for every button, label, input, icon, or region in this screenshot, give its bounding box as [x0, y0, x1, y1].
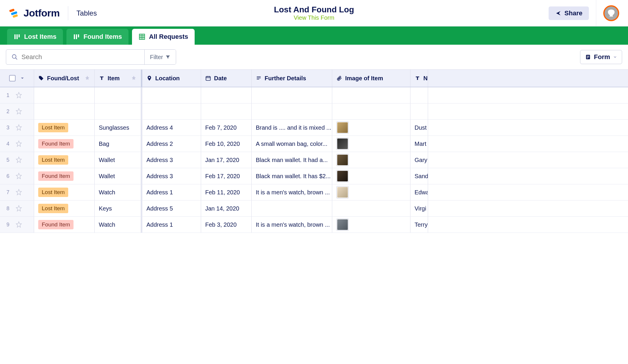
- tab-all-requests[interactable]: All Requests: [132, 29, 195, 45]
- form-view-dropdown[interactable]: Form: [580, 50, 622, 64]
- cell-location[interactable]: Address 3: [142, 168, 201, 184]
- star-icon[interactable]: [15, 221, 22, 228]
- image-thumbnail[interactable]: [336, 154, 349, 166]
- header-item[interactable]: Item: [95, 70, 141, 87]
- cell-item[interactable]: Watch: [95, 217, 141, 233]
- cell-item[interactable]: Sunglasses: [95, 120, 141, 136]
- cell-date[interactable]: [201, 87, 252, 103]
- cell-date[interactable]: Feb 17, 2020: [201, 168, 252, 184]
- filter-button[interactable]: Filter: [144, 50, 176, 64]
- cell-status[interactable]: Found Item: [34, 136, 95, 152]
- table-row[interactable]: 3Lost ItemSunglassesAddress 4Feb 7, 2020…: [0, 120, 628, 136]
- star-icon[interactable]: [15, 140, 22, 147]
- image-thumbnail[interactable]: [336, 218, 349, 231]
- image-thumbnail[interactable]: [336, 186, 349, 198]
- cell-image[interactable]: [332, 201, 410, 216]
- cell-location[interactable]: Address 3: [142, 152, 201, 168]
- search-box[interactable]: [6, 50, 144, 64]
- cell-details[interactable]: Brand is .... and it is mixed ...: [252, 120, 332, 136]
- cell-status[interactable]: Found Item: [34, 168, 95, 184]
- star-icon[interactable]: [15, 189, 22, 196]
- header-status[interactable]: Found/Lost: [34, 70, 95, 87]
- cell-status[interactable]: Lost Item: [34, 152, 95, 168]
- cell-item[interactable]: Keys: [95, 201, 141, 216]
- cell-date[interactable]: Feb 11, 2020: [201, 184, 252, 200]
- cell-name[interactable]: [410, 103, 428, 119]
- cell-image[interactable]: [332, 87, 410, 103]
- cell-date[interactable]: Feb 3, 2020: [201, 217, 252, 233]
- cell-name[interactable]: Sand: [410, 168, 428, 184]
- cell-name[interactable]: Mart: [410, 136, 428, 152]
- image-thumbnail[interactable]: [336, 121, 349, 134]
- cell-location[interactable]: Address 2: [142, 136, 201, 152]
- cell-details[interactable]: [252, 103, 332, 119]
- cell-status[interactable]: Lost Item: [34, 201, 95, 216]
- cell-details[interactable]: Black man wallet. It had a...: [252, 152, 332, 168]
- logo[interactable]: Jotform: [9, 7, 60, 19]
- cell-name[interactable]: Terry: [410, 217, 428, 233]
- cell-details[interactable]: [252, 201, 332, 216]
- header-image[interactable]: Image of Item: [332, 70, 410, 87]
- table-row[interactable]: 7Lost ItemWatchAddress 1Feb 11, 2020It i…: [0, 184, 628, 201]
- table-row[interactable]: 2: [0, 103, 628, 120]
- tab-lost-items[interactable]: Lost Items: [7, 29, 63, 45]
- cell-image[interactable]: [332, 168, 410, 184]
- cell-name[interactable]: Virgi: [410, 201, 428, 216]
- cell-image[interactable]: [332, 136, 410, 152]
- header-date[interactable]: Date: [201, 70, 252, 87]
- cell-details[interactable]: A small woman bag, color...: [252, 136, 332, 152]
- star-icon[interactable]: [15, 205, 22, 212]
- cell-status[interactable]: [34, 103, 95, 119]
- table-row[interactable]: 9Found ItemWatchAddress 1Feb 3, 2020It i…: [0, 217, 628, 233]
- cell-image[interactable]: [332, 217, 410, 233]
- table-row[interactable]: 5Lost ItemWalletAddress 3Jan 17, 2020Bla…: [0, 152, 628, 168]
- cell-location[interactable]: Address 5: [142, 201, 201, 216]
- header-details[interactable]: Further Details: [252, 70, 332, 87]
- cell-status[interactable]: Found Item: [34, 217, 95, 233]
- cell-image[interactable]: [332, 103, 410, 119]
- star-icon[interactable]: [15, 124, 22, 131]
- cell-details[interactable]: It is a men's watch, brown ...: [252, 217, 332, 233]
- chevron-down-icon[interactable]: [20, 76, 25, 81]
- tab-found-items[interactable]: Found Items: [66, 29, 128, 45]
- table-row[interactable]: 1: [0, 87, 628, 103]
- pin-icon[interactable]: [131, 75, 137, 81]
- cell-item[interactable]: Bag: [95, 136, 141, 152]
- cell-date[interactable]: [201, 103, 252, 119]
- cell-name[interactable]: Gary: [410, 152, 428, 168]
- cell-name[interactable]: Edwa: [410, 184, 428, 200]
- cell-location[interactable]: [142, 87, 201, 103]
- cell-item[interactable]: [95, 87, 141, 103]
- cell-image[interactable]: [332, 184, 410, 200]
- cell-location[interactable]: [142, 103, 201, 119]
- cell-date[interactable]: Jan 14, 2020: [201, 201, 252, 216]
- header-name[interactable]: N: [410, 70, 428, 87]
- tables-label[interactable]: Tables: [76, 9, 97, 17]
- cell-image[interactable]: [332, 120, 410, 136]
- cell-details[interactable]: It is a men's watch, brown ...: [252, 184, 332, 200]
- header-location[interactable]: Location: [142, 70, 201, 87]
- image-thumbnail[interactable]: [336, 170, 349, 182]
- cell-status[interactable]: Lost Item: [34, 120, 95, 136]
- star-icon[interactable]: [15, 156, 22, 163]
- cell-status[interactable]: [34, 87, 95, 103]
- cell-item[interactable]: Wallet: [95, 168, 141, 184]
- cell-location[interactable]: Address 4: [142, 120, 201, 136]
- cell-location[interactable]: Address 1: [142, 184, 201, 200]
- pin-icon[interactable]: [84, 75, 90, 81]
- table-row[interactable]: 6Found ItemWalletAddress 3Feb 17, 2020Bl…: [0, 168, 628, 184]
- cell-location[interactable]: Address 1: [142, 217, 201, 233]
- table-row[interactable]: 4Found ItemBagAddress 2Feb 10, 2020A sma…: [0, 136, 628, 152]
- cell-item[interactable]: Watch: [95, 184, 141, 200]
- cell-image[interactable]: [332, 152, 410, 168]
- avatar[interactable]: [603, 5, 619, 21]
- cell-item[interactable]: [95, 103, 141, 119]
- star-icon[interactable]: [15, 92, 22, 99]
- cell-date[interactable]: Feb 7, 2020: [201, 120, 252, 136]
- cell-date[interactable]: Feb 10, 2020: [201, 136, 252, 152]
- cell-name[interactable]: [410, 87, 428, 103]
- cell-date[interactable]: Jan 17, 2020: [201, 152, 252, 168]
- share-button[interactable]: Share: [549, 6, 589, 20]
- cell-details[interactable]: Black man wallet. It has $2...: [252, 168, 332, 184]
- image-thumbnail[interactable]: [336, 138, 349, 150]
